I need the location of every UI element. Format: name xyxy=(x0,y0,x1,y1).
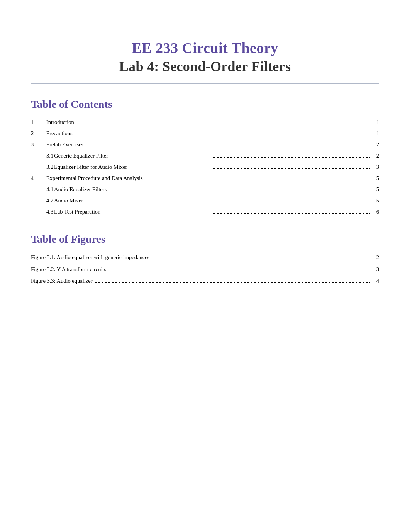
toc-page: 2 xyxy=(371,139,379,150)
toc-sub-number: 4.3 xyxy=(31,206,54,218)
toc-label: Experimental Procedure and Data Analysis xyxy=(46,173,207,184)
toc-label: Precautions xyxy=(46,128,207,139)
toc-label: Generic Equalizer Filter xyxy=(54,150,211,161)
tof-label: Figure 3.3: Audio equalizer xyxy=(31,275,92,287)
toc-page: 1 xyxy=(371,128,379,139)
tof-dots xyxy=(108,271,370,271)
toc-dots xyxy=(209,146,370,146)
toc-sub-number: 3.1 xyxy=(31,150,54,161)
toc-page: 1 xyxy=(371,117,379,128)
toc-label: Introduction xyxy=(46,117,207,128)
toc-row: 2Precautions1 xyxy=(31,128,379,139)
table-of-contents: Table of Contents 1Introduction12Precaut… xyxy=(31,98,379,218)
toc-page: 6 xyxy=(371,206,379,218)
toc-row: 4.2Audio Mixer5 xyxy=(31,195,379,206)
tof-heading: Table of Figures xyxy=(31,233,379,245)
tof-dots xyxy=(94,282,370,283)
toc-dots xyxy=(213,191,370,191)
toc-page: 5 xyxy=(371,173,379,184)
toc-dots xyxy=(213,157,370,158)
toc-number: 1 xyxy=(31,117,46,128)
tof-page: 4 xyxy=(371,275,379,287)
toc-label: Audio Mixer xyxy=(54,195,211,206)
sub-title: Lab 4: Second-Order Filters xyxy=(31,58,379,76)
toc-page: 5 xyxy=(371,184,379,195)
toc-row: 1Introduction1 xyxy=(31,117,379,128)
tof-label: Figure 3.2: Y-Δ transform circuits xyxy=(31,263,106,275)
toc-row: 4Experimental Procedure and Data Analysi… xyxy=(31,173,379,184)
tof-entries: Figure 3.1: Audio equalizer with generic… xyxy=(31,252,379,287)
tof-row: Figure 3.2: Y-Δ transform circuits3 xyxy=(31,263,379,275)
tof-page: 3 xyxy=(371,263,379,275)
toc-dots xyxy=(213,202,370,202)
toc-sub-number: 4.1 xyxy=(31,184,54,195)
toc-dots xyxy=(209,135,370,135)
toc-number: 4 xyxy=(31,173,46,184)
toc-page: 3 xyxy=(371,161,379,173)
toc-dots xyxy=(213,168,370,169)
toc-row: 4.1Audio Equalizer Filters5 xyxy=(31,184,379,195)
toc-dots xyxy=(209,180,370,180)
toc-label: Equalizer Filter for Audio Mixer xyxy=(54,161,211,173)
toc-row: 3.1Generic Equalizer Filter2 xyxy=(31,150,379,161)
toc-sub-number: 3.2 xyxy=(31,161,54,173)
toc-number: 2 xyxy=(31,128,46,139)
toc-page: 2 xyxy=(371,150,379,161)
tof-row: Figure 3.1: Audio equalizer with generic… xyxy=(31,252,379,263)
toc-row: 3.2Equalizer Filter for Audio Mixer3 xyxy=(31,161,379,173)
toc-row: 4.3Lab Test Preparation6 xyxy=(31,206,379,218)
toc-sub-number: 4.2 xyxy=(31,195,54,206)
toc-label: Prelab Exercises xyxy=(46,139,207,150)
toc-row: 3Prelab Exercises2 xyxy=(31,139,379,150)
toc-entries: 1Introduction12Precautions13Prelab Exerc… xyxy=(31,117,379,218)
toc-label: Audio Equalizer Filters xyxy=(54,184,211,195)
toc-page: 5 xyxy=(371,195,379,206)
toc-dots xyxy=(213,213,370,214)
tof-page: 2 xyxy=(371,252,379,263)
tof-row: Figure 3.3: Audio equalizer4 xyxy=(31,275,379,287)
tof-dots xyxy=(151,259,370,259)
main-title: EE 233 Circuit Theory xyxy=(31,39,379,58)
toc-dots xyxy=(209,124,370,124)
table-of-figures: Table of Figures Figure 3.1: Audio equal… xyxy=(31,233,379,287)
toc-heading: Table of Contents xyxy=(31,98,379,110)
header: EE 233 Circuit Theory Lab 4: Second-Orde… xyxy=(31,23,379,84)
toc-label: Lab Test Preparation xyxy=(54,206,211,218)
toc-number: 3 xyxy=(31,139,46,150)
tof-label: Figure 3.1: Audio equalizer with generic… xyxy=(31,252,149,263)
